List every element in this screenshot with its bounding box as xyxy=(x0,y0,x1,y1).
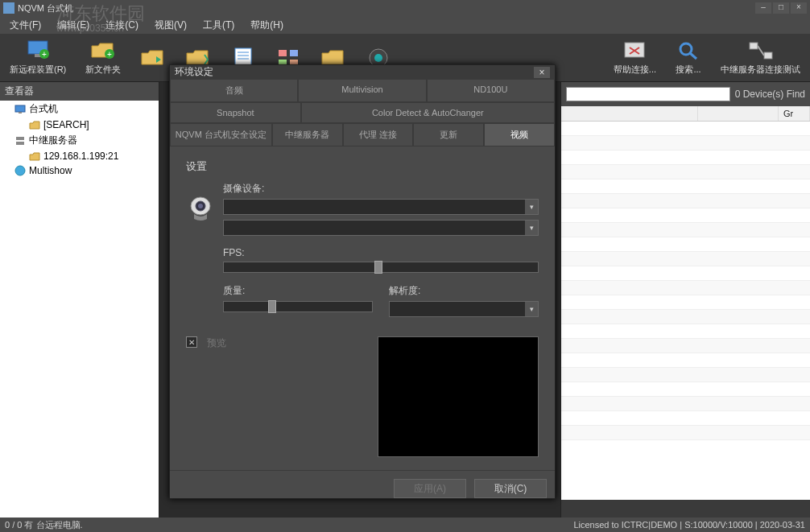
tab-colordetect[interactable]: Color Detect & AutoChanger xyxy=(301,102,555,123)
list-col-2[interactable] xyxy=(698,106,779,121)
tree-item-ip[interactable]: 129.168.1.199:21 xyxy=(0,149,159,163)
list-row[interactable] xyxy=(561,122,810,136)
list-row[interactable] xyxy=(561,382,810,397)
device-search-input[interactable] xyxy=(566,87,730,101)
tree-item-relay[interactable]: 中继服务器 xyxy=(0,132,159,149)
tool-label: 新远程装置(R) xyxy=(10,64,66,76)
list-row[interactable] xyxy=(561,324,810,339)
maximize-button[interactable]: □ xyxy=(773,2,789,14)
menubar: 文件(F) 编辑(E) 连接(C) 视图(V) 工具(T) 帮助(H) xyxy=(0,16,810,34)
quality-slider[interactable] xyxy=(223,301,373,312)
tree-label: Multishow xyxy=(29,165,72,176)
svg-point-29 xyxy=(198,204,203,208)
list-row[interactable] xyxy=(561,151,810,165)
minimize-button[interactable]: – xyxy=(755,2,771,14)
fps-slider[interactable] xyxy=(223,262,539,273)
preview-checkbox[interactable]: ✕ xyxy=(186,336,197,348)
list-col-1[interactable] xyxy=(561,106,698,121)
svg-rect-11 xyxy=(290,50,298,56)
chevron-updown-icon: ▾ xyxy=(525,221,538,235)
tools-icon xyxy=(622,39,647,62)
svg-line-18 xyxy=(690,53,696,59)
video-preview xyxy=(378,336,539,457)
list-row[interactable] xyxy=(561,179,810,194)
svg-text:+: + xyxy=(42,50,47,59)
tab-audio[interactable]: 音频 xyxy=(170,79,298,102)
svg-point-17 xyxy=(680,43,692,55)
list-row[interactable] xyxy=(561,165,810,179)
tab-proxy[interactable]: 代理 连接 xyxy=(343,123,414,146)
list-row[interactable] xyxy=(561,426,810,440)
list-row[interactable] xyxy=(561,252,810,266)
dialog-title: 环境设定 xyxy=(175,65,213,79)
resolution-select[interactable]: ▾ xyxy=(389,301,539,317)
list-row[interactable] xyxy=(561,295,810,310)
new-remote-button[interactable]: + 新远程装置(R) xyxy=(10,39,66,76)
menu-tool[interactable]: 工具(T) xyxy=(196,17,241,34)
tree-view[interactable]: 台式机 [SEARCH] 中继服务器 129.168.1.199:21 Mult… xyxy=(0,101,159,518)
apply-button[interactable]: 应用(A) xyxy=(394,479,466,498)
tree-item-search[interactable]: [SEARCH] xyxy=(0,118,159,132)
svg-rect-25 xyxy=(16,142,24,145)
status-left: 0 / 0 有 台远程电脑. xyxy=(5,519,83,531)
globe-icon xyxy=(14,165,26,176)
list-row[interactable] xyxy=(561,208,810,223)
svg-text:+: + xyxy=(107,50,112,59)
tab-security[interactable]: NQVM 台式机安全设定 xyxy=(170,123,272,146)
dialog-tabs-row1: 音频 Multivision ND100U xyxy=(170,79,555,102)
svg-rect-19 xyxy=(750,43,758,49)
list-row[interactable] xyxy=(561,368,810,382)
list-row[interactable] xyxy=(561,237,810,252)
tree-item-desktop[interactable]: 台式机 xyxy=(0,101,159,118)
list-header: Gr xyxy=(561,106,810,122)
list-row[interactable] xyxy=(561,411,810,426)
menu-help[interactable]: 帮助(H) xyxy=(244,17,290,34)
help-connect-button[interactable]: 帮助连接... xyxy=(614,39,656,76)
device-count: 0 Device(s) Find xyxy=(735,89,805,100)
list-row[interactable] xyxy=(561,194,810,208)
list-row[interactable] xyxy=(561,339,810,353)
tab-snapshot[interactable]: Snapshot xyxy=(170,102,301,123)
list-row[interactable] xyxy=(561,397,810,411)
tab-video[interactable]: 视频 xyxy=(484,123,555,146)
dialog-footer: 应用(A) 取消(C) xyxy=(170,470,555,506)
chevron-updown-icon: ▾ xyxy=(525,200,538,214)
section-title: 设置 xyxy=(186,159,539,174)
tab-multivision[interactable]: Multivision xyxy=(298,79,426,102)
menu-edit[interactable]: 编辑(E) xyxy=(51,17,96,34)
camera-device-select[interactable]: ▾ xyxy=(223,199,539,215)
dialog-titlebar: 环境设定 × xyxy=(170,65,555,79)
list-row[interactable] xyxy=(561,136,810,151)
list-col-3[interactable]: Gr xyxy=(779,106,810,121)
list-row[interactable] xyxy=(561,223,810,237)
folder-icon xyxy=(29,151,40,162)
statusbar: 0 / 0 有 台远程电脑. Licensed to ICTRC|DEMO | … xyxy=(0,518,810,532)
cancel-button[interactable]: 取消(C) xyxy=(474,479,547,498)
svg-point-15 xyxy=(374,54,382,62)
menu-connect[interactable]: 连接(C) xyxy=(99,17,145,34)
folder-button-1[interactable] xyxy=(140,47,166,69)
menu-file[interactable]: 文件(F) xyxy=(3,17,48,34)
monitor-icon xyxy=(14,104,26,115)
webcam-icon xyxy=(186,195,215,224)
sidebar: 查看器 台式机 [SEARCH] 中继服务器 129.168.1.199:21 … xyxy=(0,82,159,518)
tab-relay[interactable]: 中继服务器 xyxy=(272,123,343,146)
close-button[interactable]: × xyxy=(791,2,807,14)
camera-row: 摄像设备: ▾ ▾ xyxy=(186,182,539,236)
fps-label: FPS: xyxy=(223,247,539,258)
tab-update[interactable]: 更新 xyxy=(413,123,484,146)
list-row[interactable] xyxy=(561,310,810,324)
list-row[interactable] xyxy=(561,353,810,368)
dialog-close-button[interactable]: × xyxy=(534,67,550,78)
menu-view[interactable]: 视图(V) xyxy=(148,17,193,34)
tool-label: 搜索... xyxy=(676,64,700,76)
camera-format-select[interactable]: ▾ xyxy=(223,220,539,236)
list-row[interactable] xyxy=(561,281,810,295)
tree-item-multishow[interactable]: Multishow xyxy=(0,163,159,178)
new-folder-button[interactable]: + 新文件夹 xyxy=(85,39,121,76)
folder-plus-icon: + xyxy=(90,39,116,62)
search-button[interactable]: 搜索... xyxy=(676,39,701,76)
list-row[interactable] xyxy=(561,266,810,281)
relay-test-button[interactable]: 中继服务器连接测试 xyxy=(721,39,800,76)
tab-nd100u[interactable]: ND100U xyxy=(427,79,555,102)
